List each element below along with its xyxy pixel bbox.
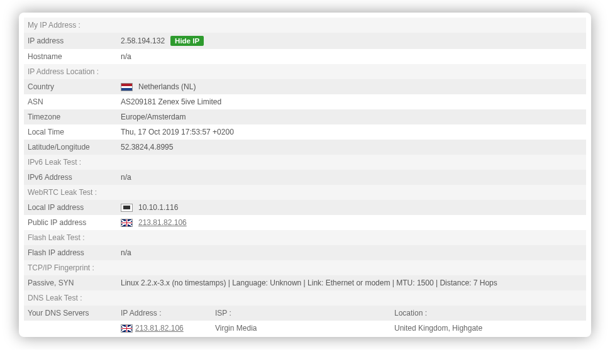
section-title: DNS Leak Test : [28, 294, 82, 302]
ipv6-address-value: n/a [121, 173, 582, 182]
row-dns-server-entry: 213.81.82.106 Virgin Media United Kingdo… [24, 321, 586, 336]
flash-ip-label: Flash IP address [28, 248, 121, 257]
row-localtime: Local Time Thu, 17 Oct 2019 17:53:57 +02… [24, 124, 586, 140]
section-title: WebRTC Leak Test : [28, 188, 97, 197]
hide-ip-button[interactable]: Hide IP [170, 36, 204, 46]
localtime-label: Local Time [28, 128, 121, 136]
section-header-webrtc: WebRTC Leak Test : [24, 185, 586, 200]
ip-address-label: IP address [28, 36, 121, 45]
hostname-label: Hostname [28, 52, 121, 61]
asn-value: AS209181 Zenex 5ive Limited [121, 97, 582, 106]
country-label: Country [28, 82, 121, 91]
timezone-label: Timezone [28, 113, 121, 121]
webrtc-public-label: Public IP address [28, 218, 121, 227]
section-title: Flash Leak Test : [28, 233, 85, 242]
section-header-tcpip: TCP/IP Fingerprint : [24, 260, 586, 275]
latlng-label: Latitude/Longitude [28, 143, 121, 152]
flash-ip-value: n/a [121, 248, 582, 257]
local-network-icon [121, 204, 133, 212]
uk-flag-icon [121, 219, 133, 227]
hostname-value: n/a [121, 52, 582, 61]
ipv6-address-label: IPv6 Address [28, 173, 121, 182]
row-latlng: Latitude/Longitude 52.3824,4.8995 [24, 140, 586, 155]
row-ipv6-address: IPv6 Address n/a [24, 170, 586, 185]
section-title: TCP/IP Fingerprint : [28, 263, 94, 272]
netherlands-flag-icon [121, 83, 133, 91]
row-country: Country Netherlands (NL) [24, 79, 586, 94]
latlng-value: 52.3824,4.8995 [121, 143, 582, 152]
section-header-ipv6: IPv6 Leak Test : [24, 155, 586, 170]
section-header-flash: Flash Leak Test : [24, 230, 586, 245]
section-title: IP Address Location : [28, 67, 99, 76]
row-hostname: Hostname n/a [24, 49, 586, 64]
webrtc-local-label: Local IP address [28, 203, 121, 212]
section-header-location: IP Address Location : [24, 64, 586, 79]
asn-label: ASN [28, 97, 121, 106]
ip-address-value: 2.58.194.132 [121, 36, 165, 45]
webrtc-public-link[interactable]: 213.81.82.106 [138, 218, 187, 227]
row-tcpip-passive: Passive, SYN Linux 2.2.x-3.x (no timesta… [24, 275, 586, 290]
dns-header-isp: ISP : [215, 309, 394, 317]
country-value: Netherlands (NL) [138, 82, 196, 91]
uk-flag-icon [121, 324, 133, 333]
section-header-myip: My IP Address : [24, 18, 586, 33]
dns-isp-value: Virgin Media [215, 324, 394, 333]
dns-ip-link[interactable]: 213.81.82.106 [135, 324, 184, 333]
row-dns-headers: Your DNS Servers IP Address : ISP : Loca… [24, 306, 586, 321]
row-timezone: Timezone Europe/Amsterdam [24, 109, 586, 124]
localtime-value: Thu, 17 Oct 2019 17:53:57 +0200 [121, 128, 582, 136]
row-ip-address: IP address 2.58.194.132 Hide IP [24, 33, 586, 49]
dns-header-ip: IP Address : [121, 309, 215, 317]
section-title: IPv6 Leak Test : [28, 158, 81, 167]
dns-location-value: United Kingdom, Highgate [394, 324, 582, 333]
row-webrtc-public: Public IP address 213.81.82.106 [24, 215, 586, 230]
section-title: My IP Address : [28, 21, 80, 30]
row-asn: ASN AS209181 Zenex 5ive Limited [24, 94, 586, 109]
tcpip-passive-value: Linux 2.2.x-3.x (no timestamps) | Langua… [121, 279, 582, 287]
dns-header-location: Location : [394, 309, 582, 317]
row-flash-ip: Flash IP address n/a [24, 245, 586, 260]
section-header-dns: DNS Leak Test : [24, 290, 586, 306]
dns-servers-label: Your DNS Servers [28, 309, 121, 317]
timezone-value: Europe/Amsterdam [121, 113, 582, 121]
webrtc-local-value: 10.10.1.116 [138, 203, 178, 212]
tcpip-passive-label: Passive, SYN [28, 279, 121, 287]
row-webrtc-local: Local IP address 10.10.1.116 [24, 200, 586, 215]
